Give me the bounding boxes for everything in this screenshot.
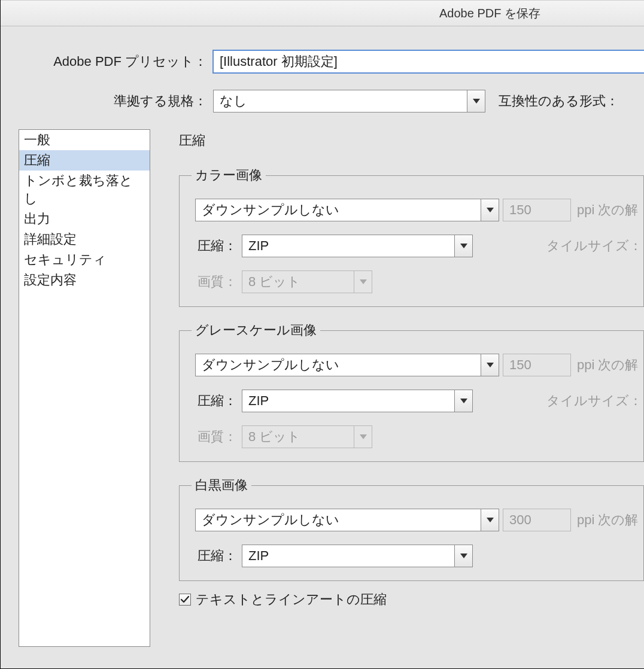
grayscale-images-group: グレースケール画像 ダウンサンプルしない 150 ppi 次の解 圧縮： ZIP	[179, 321, 644, 462]
gray-ppi-unit: ppi 次の解	[577, 356, 638, 374]
color-quality-label: 画質：	[195, 273, 242, 291]
gray-compression-label: 圧縮：	[195, 392, 242, 410]
mono-downsample-value: ダウンサンプルしない	[196, 509, 481, 531]
gray-quality-value: 8 ビット	[242, 426, 354, 448]
sidebar-item-advanced[interactable]: 詳細設定	[19, 229, 150, 250]
color-compression-combobox[interactable]: ZIP	[242, 235, 473, 257]
sidebar: 一般 圧縮 トンボと裁ち落とし 出力 詳細設定 セキュリティ 設定内容	[19, 129, 150, 647]
sidebar-item-summary[interactable]: 設定内容	[19, 270, 150, 290]
preset-value: [Illustrator 初期設定]	[214, 51, 644, 72]
compression-panel: 圧縮 カラー画像 ダウンサンプルしない 150 ppi 次の解 圧縮：	[168, 129, 644, 647]
mono-ppi-unit: ppi 次の解	[577, 511, 638, 529]
mono-compression-label: 圧縮：	[195, 547, 242, 565]
mono-images-legend: 白黒画像	[192, 476, 251, 494]
color-ppi-field: 150	[503, 199, 571, 221]
color-tile-size-label: タイルサイズ：	[546, 237, 643, 255]
titlebar: Adobe PDF を保存	[1, 0, 644, 26]
chevron-down-icon	[467, 90, 485, 112]
compress-text-lineart-label: テキストとラインアートの圧縮	[196, 591, 387, 609]
compress-text-lineart-checkbox[interactable]	[179, 594, 191, 606]
color-images-group: カラー画像 ダウンサンプルしない 150 ppi 次の解 圧縮： ZIP	[179, 166, 644, 307]
color-downsample-value: ダウンサンプルしない	[196, 199, 481, 221]
sidebar-item-security[interactable]: セキュリティ	[19, 250, 150, 270]
mono-compression-value: ZIP	[242, 545, 454, 567]
chevron-down-icon	[454, 235, 472, 257]
gray-downsample-value: ダウンサンプルしない	[196, 354, 481, 376]
chevron-down-icon	[454, 545, 472, 567]
gray-quality-label: 画質：	[195, 428, 242, 446]
preset-label: Adobe PDF プリセット：	[1, 53, 213, 71]
color-quality-value: 8 ビット	[242, 271, 354, 293]
gray-compression-value: ZIP	[242, 390, 454, 412]
sidebar-item-output[interactable]: 出力	[19, 209, 150, 229]
sidebar-item-general[interactable]: 一般	[19, 130, 150, 150]
chevron-down-icon	[481, 354, 499, 376]
compress-text-lineart-row[interactable]: テキストとラインアートの圧縮	[179, 591, 644, 609]
chevron-down-icon	[354, 271, 372, 293]
sidebar-item-compression[interactable]: 圧縮	[19, 150, 150, 171]
mono-compression-combobox[interactable]: ZIP	[242, 545, 473, 567]
gray-quality-combobox: 8 ビット	[242, 425, 372, 448]
color-ppi-unit: ppi 次の解	[577, 201, 638, 219]
sidebar-item-marks-bleeds[interactable]: トンボと裁ち落とし	[19, 171, 150, 209]
compatibility-label: 互換性のある形式：	[499, 92, 619, 110]
color-downsample-combobox[interactable]: ダウンサンプルしない	[195, 199, 499, 221]
mono-images-group: 白黒画像 ダウンサンプルしない 300 ppi 次の解 圧縮： ZIP	[179, 476, 644, 581]
gray-downsample-combobox[interactable]: ダウンサンプルしない	[195, 354, 499, 376]
chevron-down-icon	[354, 426, 372, 448]
chevron-down-icon	[481, 509, 499, 531]
mono-ppi-field: 300	[503, 509, 571, 531]
standard-combobox[interactable]: なし	[213, 90, 485, 112]
chevron-down-icon	[454, 390, 472, 412]
color-images-legend: カラー画像	[192, 166, 266, 184]
save-pdf-dialog: Adobe PDF を保存 Adobe PDF プリセット： [Illustra…	[0, 0, 644, 669]
preset-combobox[interactable]: [Illustrator 初期設定]	[213, 50, 644, 73]
mono-downsample-combobox[interactable]: ダウンサンプルしない	[195, 509, 499, 531]
standard-label: 準拠する規格：	[1, 92, 213, 110]
gray-ppi-field: 150	[503, 354, 571, 376]
window-title: Adobe PDF を保存	[439, 5, 540, 22]
color-compression-value: ZIP	[242, 235, 454, 257]
panel-heading: 圧縮	[179, 132, 644, 150]
gray-compression-combobox[interactable]: ZIP	[242, 390, 473, 412]
chevron-down-icon	[481, 199, 499, 221]
grayscale-images-legend: グレースケール画像	[192, 321, 320, 339]
check-icon	[180, 595, 190, 604]
color-compression-label: 圧縮：	[195, 237, 242, 255]
gray-tile-size-label: タイルサイズ：	[546, 392, 643, 410]
standard-value: なし	[214, 90, 467, 112]
color-quality-combobox: 8 ビット	[242, 270, 372, 293]
